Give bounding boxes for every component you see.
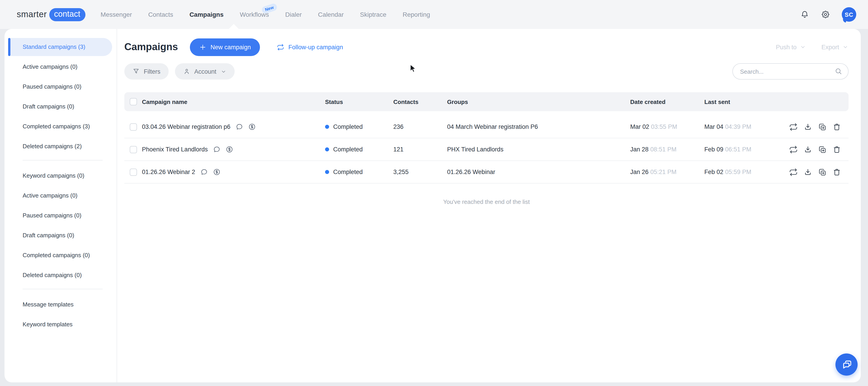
brand-logo-pill: contact — [49, 8, 85, 21]
download-icon[interactable] — [803, 167, 812, 176]
sidebar-item-completed-campaigns-0[interactable]: Completed campaigns (0) — [8, 246, 112, 264]
nav-item-calendar[interactable]: Calendar — [318, 11, 344, 18]
contacts-count: 121 — [393, 146, 447, 153]
sidebar-item-keyword-templates[interactable]: Keyword templates — [8, 316, 112, 333]
new-campaign-label: New campaign — [211, 43, 251, 51]
date-created-date: Mar 02 — [630, 123, 649, 130]
export-label: Export — [822, 43, 839, 51]
end-of-list-message: You've reached the end of the list — [124, 198, 848, 205]
table-row: 01.26.26 Webinar 2Completed3,25501.26.26… — [124, 161, 848, 184]
download-icon[interactable] — [803, 122, 812, 131]
toolbar-secondary: Filters Account — [124, 63, 848, 79]
trash-icon[interactable] — [832, 167, 841, 176]
search-input[interactable] — [733, 63, 848, 79]
row-checkbox[interactable] — [130, 146, 137, 153]
filters-label: Filters — [144, 68, 160, 75]
download-icon[interactable] — [803, 145, 812, 154]
sidebar-item-paused-campaigns-0[interactable]: Paused campaigns (0) — [8, 78, 112, 96]
sidebar-item-keyword-campaigns-0[interactable]: Keyword campaigns (0) — [8, 167, 112, 185]
filters-button[interactable]: Filters — [124, 63, 168, 79]
sidebar-item-draft-campaigns-0[interactable]: Draft campaigns (0) — [8, 98, 112, 116]
duplicate-icon[interactable] — [818, 167, 827, 176]
sidebar: Standard campaigns (3)Active campaigns (… — [4, 29, 117, 382]
row-checkbox[interactable] — [130, 168, 137, 175]
dollar-icon[interactable] — [213, 168, 220, 176]
chat-icon — [841, 359, 852, 371]
repeat-icon — [277, 43, 284, 51]
last-sent-time: 06:51 PM — [725, 146, 751, 153]
repeat-icon[interactable] — [789, 122, 798, 131]
duplicate-icon[interactable] — [818, 122, 827, 131]
nav-item-contacts[interactable]: Contacts — [148, 11, 174, 18]
main-panel: Campaigns New campaign Follow-up campaig… — [117, 29, 861, 382]
nav-item-label: Campaigns — [189, 11, 223, 18]
last-sent-cell: Feb 0205:59 PM — [704, 169, 781, 175]
gear-icon[interactable] — [821, 10, 830, 19]
chat-fab[interactable] — [835, 353, 858, 376]
sidebar-item-completed-campaigns-3[interactable]: Completed campaigns (3) — [8, 118, 112, 136]
nav-item-label: Dialer — [285, 11, 302, 18]
table-row: 03.04.26 Webinar registration p6Complete… — [124, 116, 848, 138]
bell-icon[interactable] — [800, 10, 809, 19]
brand-logo-text: smarter — [17, 9, 47, 20]
last-sent-date: Feb 02 — [704, 169, 723, 175]
header-actions: SC — [800, 7, 856, 22]
export-button[interactable]: Export — [822, 43, 848, 51]
trash-icon[interactable] — [832, 122, 841, 131]
nav-item-workflows[interactable]: WorkflowsNew — [240, 11, 269, 18]
sidebar-item-paused-campaigns-0[interactable]: Paused campaigns (0) — [8, 206, 112, 225]
page-title: Campaigns — [124, 41, 178, 53]
groups-value: 04 March Webinar registration P6 — [447, 123, 630, 130]
account-filter-button[interactable]: Account — [175, 63, 235, 79]
account-label: Account — [194, 68, 217, 75]
select-all-checkbox[interactable] — [130, 98, 137, 105]
repeat-icon[interactable] — [789, 145, 798, 154]
dollar-icon[interactable] — [225, 146, 233, 153]
nav-item-messenger[interactable]: Messenger — [101, 11, 132, 18]
sidebar-section-1: Keyword campaigns (0)Active campaigns (0… — [4, 167, 117, 284]
status-label: Completed — [333, 123, 363, 130]
last-sent-cell: Feb 0906:51 PM — [704, 146, 781, 153]
person-icon — [183, 68, 190, 75]
column-campaign-name: Campaign name — [142, 98, 325, 105]
search-icon[interactable] — [835, 67, 842, 75]
date-created-time: 05:21 PM — [650, 169, 677, 175]
push-to-button[interactable]: Push to — [776, 43, 806, 51]
funnel-icon — [132, 68, 140, 75]
nav-item-campaigns[interactable]: Campaigns — [189, 11, 223, 18]
dollar-icon[interactable] — [248, 123, 256, 131]
toolbar-right: Push to Export — [776, 43, 848, 51]
contacts-count: 3,255 — [393, 169, 447, 175]
column-last-sent: Last sent — [704, 98, 781, 105]
nav-item-dialer[interactable]: Dialer — [285, 11, 302, 18]
avatar[interactable]: SC — [842, 7, 856, 22]
comment-icon[interactable] — [200, 168, 208, 176]
last-sent-date: Mar 04 — [704, 123, 723, 130]
date-created-date: Jan 26 — [630, 169, 649, 175]
sidebar-item-active-campaigns-0[interactable]: Active campaigns (0) — [8, 187, 112, 205]
sidebar-item-deleted-campaigns-2[interactable]: Deleted campaigns (2) — [8, 137, 112, 156]
duplicate-icon[interactable] — [818, 145, 827, 154]
sidebar-item-draft-campaigns-0[interactable]: Draft campaigns (0) — [8, 226, 112, 245]
comment-icon[interactable] — [235, 123, 243, 131]
date-created-cell: Jan 2605:21 PM — [630, 169, 704, 175]
status-dot — [325, 125, 329, 129]
status-label: Completed — [333, 146, 363, 153]
repeat-icon[interactable] — [789, 167, 798, 176]
row-actions — [781, 145, 841, 154]
groups-value: PHX Tired Landlords — [447, 146, 630, 153]
status-cell: Completed — [325, 123, 393, 130]
column-date-created: Date created — [630, 98, 704, 105]
new-campaign-button[interactable]: New campaign — [190, 38, 260, 56]
sidebar-item-deleted-campaigns-0[interactable]: Deleted campaigns (0) — [8, 266, 112, 284]
row-checkbox[interactable] — [130, 123, 137, 130]
brand-logo[interactable]: smarter contact — [17, 8, 85, 21]
trash-icon[interactable] — [832, 145, 841, 154]
comment-icon[interactable] — [213, 146, 220, 153]
nav-item-skiptrace[interactable]: Skiptrace — [360, 11, 386, 18]
followup-campaign-link[interactable]: Follow-up campaign — [277, 43, 343, 51]
nav-item-reporting[interactable]: Reporting — [403, 11, 430, 18]
sidebar-item-message-templates[interactable]: Message templates — [8, 296, 112, 314]
sidebar-item-active-campaigns-0[interactable]: Active campaigns (0) — [8, 58, 112, 76]
sidebar-item-standard-campaigns-3[interactable]: Standard campaigns (3) — [8, 38, 112, 56]
